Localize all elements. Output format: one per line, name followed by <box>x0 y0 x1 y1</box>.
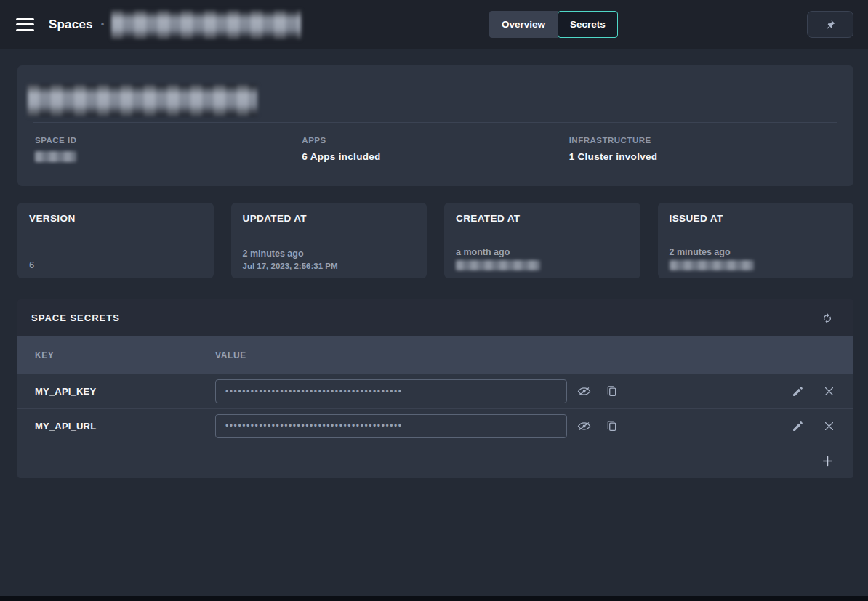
relative-time: 2 minutes ago <box>243 249 416 259</box>
pencil-icon <box>792 420 804 432</box>
secrets-table-footer <box>17 443 853 478</box>
stat-card-updated-at: UPDATED AT 2 minutes ago Jul 17, 2023, 2… <box>231 203 427 278</box>
masked-secret-value: ••••••••••••••••••••••••••••••••••••••••… <box>225 421 403 430</box>
copy-secret-button[interactable] <box>603 418 620 435</box>
timestamp-redacted <box>456 260 540 270</box>
secret-value-cell: ••••••••••••••••••••••••••••••••••••••••… <box>215 414 790 438</box>
column-header-key: KEY <box>17 350 215 360</box>
pushpin-icon <box>824 19 836 31</box>
delete-secret-button[interactable] <box>821 384 837 399</box>
version-value: 6 <box>29 259 202 270</box>
refresh-button[interactable] <box>819 310 835 326</box>
divider <box>33 122 837 123</box>
secret-value-cell: ••••••••••••••••••••••••••••••••••••••••… <box>215 379 790 403</box>
reveal-secret-button[interactable] <box>575 417 593 435</box>
copy-icon <box>605 419 619 433</box>
edit-secret-button[interactable] <box>790 419 805 434</box>
eye-off-icon <box>576 419 592 434</box>
stat-card-version: VERSION 6 <box>17 203 214 278</box>
secrets-panel-title: SPACE SECRETS <box>31 312 120 323</box>
delete-secret-button[interactable] <box>821 419 837 434</box>
space-info-fields: SPACE ID APPS 6 Apps included INFRASTRUC… <box>17 136 853 162</box>
edit-secret-button[interactable] <box>790 384 805 399</box>
x-icon <box>823 385 835 398</box>
space-info-card: SPACE ID APPS 6 Apps included INFRASTRUC… <box>17 65 853 186</box>
stat-title: CREATED AT <box>456 213 629 224</box>
stat-card-created-at: CREATED AT a month ago <box>444 203 640 278</box>
reveal-secret-button[interactable] <box>575 382 593 400</box>
stat-title: VERSION <box>29 213 202 224</box>
stat-card-issued-at: ISSUED AT 2 minutes ago <box>658 203 854 278</box>
relative-time: a month ago <box>456 247 629 257</box>
secrets-table-header: KEY VALUE <box>17 336 853 374</box>
secret-row-actions <box>790 384 853 399</box>
tab-overview[interactable]: Overview <box>489 11 558 38</box>
hamburger-menu-icon[interactable] <box>16 18 34 31</box>
x-icon <box>823 420 835 432</box>
stat-title: ISSUED AT <box>670 213 843 224</box>
column-header-value: VALUE <box>215 350 246 360</box>
copy-icon <box>605 384 619 398</box>
field-label: INFRASTRUCTURE <box>569 136 836 145</box>
secret-row-my-api-key: MY_API_KEY •••••••••••••••••••••••••••••… <box>17 374 853 408</box>
copy-secret-button[interactable] <box>603 383 620 400</box>
plus-icon <box>821 454 835 468</box>
space-id-value-redacted <box>35 151 76 162</box>
space-secrets-panel: SPACE SECRETS KEY VALUE MY_API_KEY •••••… <box>17 299 853 478</box>
topbar: Spaces • Overview Secrets <box>0 0 868 49</box>
field-value: 6 Apps included <box>302 151 568 162</box>
stat-cards-row: VERSION 6 UPDATED AT 2 minutes ago Jul 1… <box>17 203 853 278</box>
app-title: Spaces <box>49 17 93 32</box>
add-secret-button[interactable] <box>819 453 836 469</box>
field-space-id: SPACE ID <box>35 136 302 162</box>
bottom-edge-strip <box>0 596 868 601</box>
space-name-redacted <box>111 10 301 39</box>
secret-value-input[interactable]: ••••••••••••••••••••••••••••••••••••••••… <box>215 379 567 403</box>
secret-key-label: MY_API_KEY <box>17 386 215 397</box>
refresh-icon <box>821 312 834 325</box>
field-label: APPS <box>302 136 568 145</box>
secret-key-label: MY_API_URL <box>17 421 215 432</box>
pencil-icon <box>792 385 804 398</box>
field-label: SPACE ID <box>35 136 302 145</box>
app-root: Spaces • Overview Secrets SPACE ID APPS <box>0 0 868 478</box>
masked-secret-value: ••••••••••••••••••••••••••••••••••••••••… <box>225 387 403 396</box>
eye-off-icon <box>576 384 592 399</box>
secret-row-my-api-url: MY_API_URL •••••••••••••••••••••••••••••… <box>17 408 853 443</box>
secret-value-input[interactable]: ••••••••••••••••••••••••••••••••••••••••… <box>215 414 567 438</box>
relative-time: 2 minutes ago <box>670 247 843 257</box>
field-value: 1 Cluster involved <box>569 151 836 162</box>
secret-row-actions <box>790 419 853 434</box>
field-infrastructure: INFRASTRUCTURE 1 Cluster involved <box>569 136 836 162</box>
field-apps: APPS 6 Apps included <box>302 136 568 162</box>
timestamp-redacted <box>670 260 754 270</box>
tab-secrets[interactable]: Secrets <box>558 11 618 38</box>
secrets-panel-header: SPACE SECRETS <box>17 299 853 336</box>
view-tabs: Overview Secrets <box>489 11 618 38</box>
breadcrumb-separator: • <box>101 19 105 30</box>
space-title-redacted <box>28 84 257 116</box>
pin-button[interactable] <box>807 11 853 38</box>
stat-title: UPDATED AT <box>243 213 416 224</box>
timestamp: Jul 17, 2023, 2:56:31 PM <box>243 262 416 270</box>
